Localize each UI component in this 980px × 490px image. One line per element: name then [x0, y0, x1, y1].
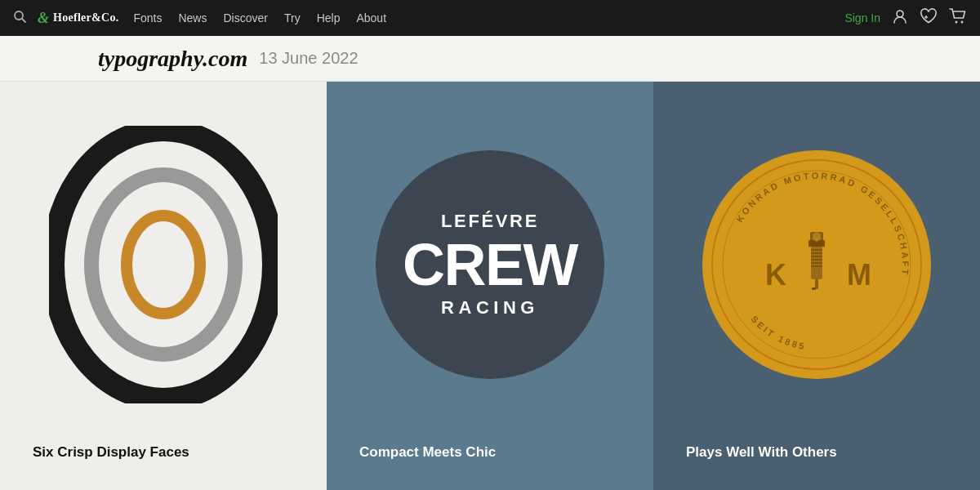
logo-text: Hoefler&Co. — [53, 11, 118, 24]
sign-in-link[interactable]: Sign In — [844, 11, 880, 24]
nav-item-about[interactable]: About — [356, 11, 386, 24]
search-icon[interactable] — [13, 10, 26, 26]
crew-main-text: CREW — [403, 235, 577, 294]
site-logo[interactable]: & Hoefler&Co. — [38, 10, 118, 27]
header-date: 13 June 2022 — [259, 49, 358, 68]
nav-right: Sign In — [844, 8, 967, 29]
panel-3-visual: KONRAD MOTORRAD GESELLSCHAFT SEIT 1885 K… — [702, 98, 931, 431]
header-bar: typography.com 13 June 2022 — [0, 36, 980, 82]
panel-display-faces[interactable]: Six Crisp Display Faces — [0, 82, 327, 490]
site-name: typography.com — [98, 46, 247, 72]
panel-compact-chic[interactable]: LEFÉVRE CREW RACING Compact Meets Chic — [327, 82, 653, 490]
panel-3-caption: Plays Well With Others — [670, 431, 853, 474]
svg-point-8 — [91, 175, 235, 354]
navigation: & Hoefler&Co. Fonts News Discover Try He… — [0, 0, 980, 36]
logo-ampersand: & — [38, 10, 49, 27]
svg-point-5 — [956, 20, 958, 23]
panel-plays-well[interactable]: KONRAD MOTORRAD GESELLSCHAFT SEIT 1885 K… — [653, 82, 980, 490]
wishlist-icon[interactable] — [920, 8, 938, 29]
nav-menu: Fonts News Discover Try Help About — [133, 11, 844, 24]
nav-item-news[interactable]: News — [178, 11, 207, 24]
user-icon[interactable] — [892, 8, 908, 29]
panel-2-visual: LEFÉVRE CREW RACING — [376, 98, 604, 431]
cart-icon[interactable] — [949, 8, 967, 29]
nav-item-discover[interactable]: Discover — [223, 11, 267, 24]
panel-1-caption: Six Crisp Display Faces — [16, 431, 206, 474]
konrad-badge: KONRAD MOTORRAD GESELLSCHAFT SEIT 1885 K… — [702, 150, 931, 379]
crew-lefevre: LEFÉVRE — [441, 211, 539, 232]
nav-item-fonts[interactable]: Fonts — [133, 11, 162, 24]
panel-1-visual — [16, 98, 310, 431]
svg-text:M: M — [847, 258, 871, 292]
nav-item-try[interactable]: Try — [284, 11, 301, 24]
letter-o-visual — [49, 126, 278, 403]
svg-point-2 — [897, 11, 903, 17]
crew-racing: RACING — [441, 297, 539, 318]
crew-badge: LEFÉVRE CREW RACING — [376, 150, 604, 379]
svg-point-9 — [127, 216, 200, 314]
nav-item-help[interactable]: Help — [317, 11, 341, 24]
svg-text:SEIT 1885: SEIT 1885 — [750, 314, 808, 351]
konrad-svg: KONRAD MOTORRAD GESELLSCHAFT SEIT 1885 K… — [702, 150, 931, 379]
panel-2-caption: Compact Meets Chic — [343, 431, 512, 474]
svg-text:K: K — [765, 258, 786, 292]
main-grid: Six Crisp Display Faces LEFÉVRE CREW RAC… — [0, 82, 980, 490]
svg-rect-26 — [812, 287, 816, 290]
svg-point-6 — [961, 20, 964, 23]
svg-line-1 — [22, 19, 25, 22]
svg-text:KONRAD MOTORRAD GESELLSCHAFT: KONRAD MOTORRAD GESELLSCHAFT — [734, 171, 911, 278]
